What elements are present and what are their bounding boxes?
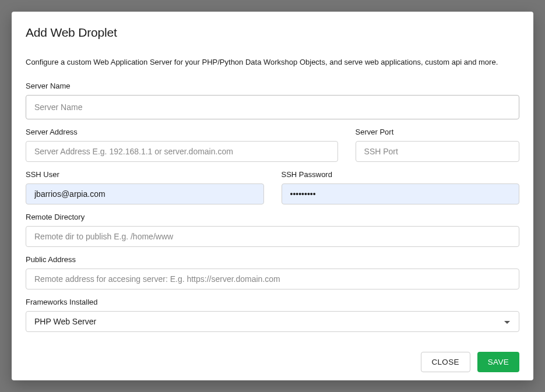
ssh-user-label: SSH User — [26, 170, 264, 179]
remote-directory-label: Remote Directory — [26, 213, 519, 221]
modal-title: Add Web Droplet — [26, 26, 519, 40]
server-address-label: Server Address — [26, 128, 338, 136]
ssh-user-input[interactable] — [26, 183, 264, 204]
server-address-group: Server Address — [26, 128, 338, 162]
server-port-input[interactable] — [356, 141, 519, 162]
public-address-group: Public Address — [26, 255, 519, 289]
remote-directory-group: Remote Directory — [26, 213, 519, 247]
ssh-user-group: SSH User — [26, 170, 264, 204]
server-name-input[interactable] — [26, 95, 519, 119]
server-address-input[interactable] — [26, 141, 338, 162]
modal-description: Configure a custom Web Application Serve… — [26, 57, 519, 68]
public-address-input[interactable] — [26, 269, 519, 289]
add-web-droplet-modal: Add Web Droplet Configure a custom Web A… — [12, 12, 533, 380]
frameworks-label: Frameworks Installed — [26, 298, 519, 306]
server-name-label: Server Name — [26, 82, 519, 90]
save-button[interactable]: SAVE — [477, 352, 519, 372]
ssh-password-label: SSH Password — [282, 170, 520, 179]
modal-form-content: Configure a custom Web Application Serve… — [26, 57, 519, 340]
frameworks-select-wrapper[interactable] — [26, 311, 519, 332]
public-address-label: Public Address — [26, 255, 519, 264]
frameworks-group: Frameworks Installed — [26, 298, 519, 332]
modal-footer: CLOSE SAVE — [26, 352, 519, 372]
remote-directory-input[interactable] — [26, 226, 519, 247]
ssh-password-input[interactable] — [282, 183, 520, 204]
ssh-password-group: SSH Password — [282, 170, 520, 204]
server-port-group: Server Port — [356, 128, 519, 162]
frameworks-select[interactable] — [26, 311, 519, 332]
close-button[interactable]: CLOSE — [421, 352, 470, 372]
server-port-label: Server Port — [356, 128, 519, 136]
server-name-group: Server Name — [26, 82, 519, 119]
